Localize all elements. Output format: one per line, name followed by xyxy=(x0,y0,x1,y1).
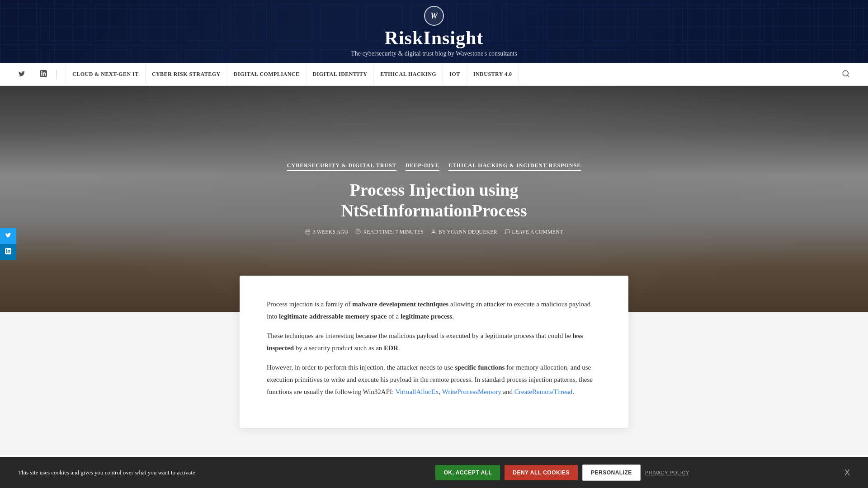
search-icon[interactable] xyxy=(842,70,850,80)
svg-point-0 xyxy=(843,70,848,76)
nav-social xyxy=(18,70,47,79)
site-header: W RiskInsight The cybersecurity & digita… xyxy=(0,0,868,63)
nav-ethical-hacking[interactable]: ETHICAL HACKING xyxy=(374,63,443,86)
link-write-process[interactable]: WriteProcessMemory xyxy=(442,388,501,395)
article-read-time: READ TIME: 7 MINUTES xyxy=(355,229,423,235)
social-sidebar xyxy=(0,228,16,260)
hero-meta: 3 WEEKS AGO READ TIME: 7 MINUTES BY YOAN… xyxy=(305,229,563,235)
twitter-share-button[interactable] xyxy=(0,228,16,244)
article-paragraph-3: However, in order to perform this inject… xyxy=(267,361,601,398)
nav-cloud[interactable]: CLOUD & NEXT-GEN IT xyxy=(66,63,146,86)
svg-rect-2 xyxy=(306,230,310,234)
hero-categories: CYBERSECURITY & DIGITAL TRUST DEEP-DIVE … xyxy=(287,162,581,171)
article-content: Process injection is a family of malware… xyxy=(240,276,628,428)
nav-links: CLOUD & NEXT-GEN IT CYBER RISK STRATEGY … xyxy=(66,63,842,86)
site-title: RiskInsight xyxy=(385,28,484,47)
nav-digital-compliance[interactable]: DIGITAL COMPLIANCE xyxy=(227,63,307,86)
article-paragraph-1: Process injection is a family of malware… xyxy=(267,298,601,323)
nav-cyber-risk[interactable]: CYBER RISK STRATEGY xyxy=(146,63,227,86)
nav-digital-identity[interactable]: DIGITAL IDENTITY xyxy=(307,63,374,86)
twitter-share-icon xyxy=(5,232,11,240)
link-virtual-alloc[interactable]: VirtuallAllocEx xyxy=(396,388,439,395)
article-comment[interactable]: LEAVE A COMMENT xyxy=(505,229,563,235)
linkedin-share-icon xyxy=(5,248,11,256)
logo-letter: W xyxy=(430,11,438,21)
article-date: 3 WEEKS AGO xyxy=(305,229,348,235)
nav-linkedin-link[interactable] xyxy=(40,70,47,79)
article-paragraph-2: These techniques are interesting because… xyxy=(267,330,601,354)
nav-industry[interactable]: INDUSTRY 4.0 xyxy=(467,63,519,86)
hero-cat-ethical-hacking[interactable]: ETHICAL HACKING & INCIDENT RESPONSE xyxy=(448,162,581,171)
linkedin-icon xyxy=(40,70,47,79)
main-nav: CLOUD & NEXT-GEN IT CYBER RISK STRATEGY … xyxy=(0,63,868,86)
twitter-icon xyxy=(18,70,25,79)
comment-icon xyxy=(505,229,510,235)
linkedin-share-button[interactable] xyxy=(0,244,16,260)
nav-twitter-link[interactable] xyxy=(18,70,25,79)
svg-line-1 xyxy=(847,75,849,76)
hero-cat-deep-dive[interactable]: DEEP-DIVE xyxy=(406,162,439,171)
nav-divider xyxy=(56,70,57,79)
user-icon xyxy=(431,229,436,235)
article-title: Process Injection using NtSetInformation… xyxy=(276,180,592,221)
calendar-icon xyxy=(305,229,311,235)
svg-point-7 xyxy=(433,230,434,232)
article-author: BY YOANN DEQUEKER xyxy=(431,229,497,235)
nav-iot[interactable]: IOT xyxy=(443,63,467,86)
site-logo[interactable]: W xyxy=(424,6,444,26)
site-subtitle: The cybersecurity & digital trust blog b… xyxy=(351,50,517,57)
hero-cat-cybersecurity[interactable]: CYBERSECURITY & DIGITAL TRUST xyxy=(287,162,396,171)
link-create-remote-thread[interactable]: CreateRemoteThread xyxy=(514,388,572,395)
article-body: Process injection is a family of malware… xyxy=(267,298,601,398)
clock-icon xyxy=(355,229,361,235)
